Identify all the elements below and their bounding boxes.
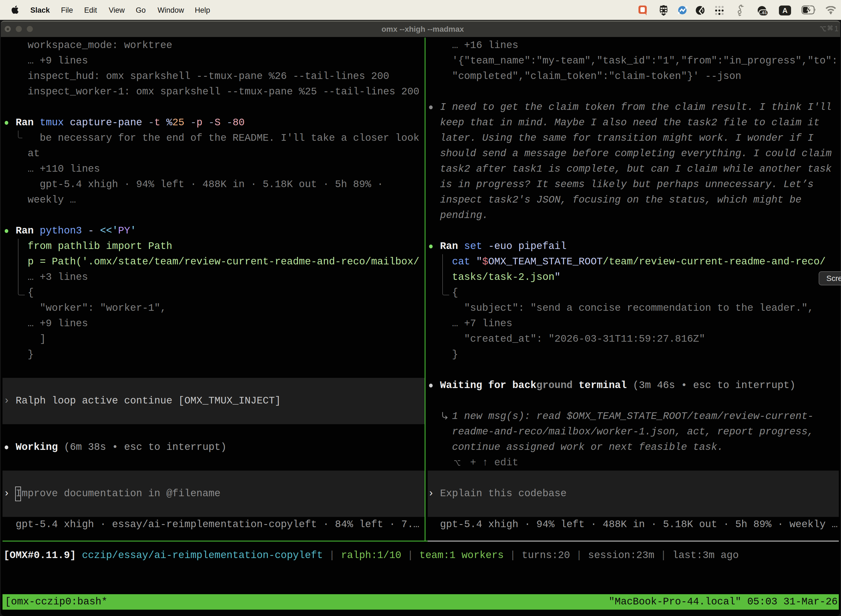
svg-text:1: 1 [834, 25, 838, 33]
